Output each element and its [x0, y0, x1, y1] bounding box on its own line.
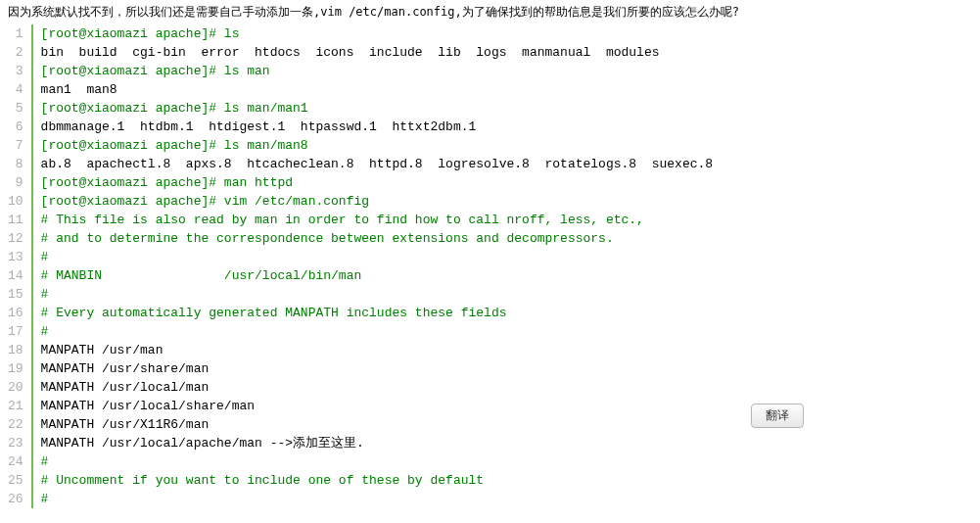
code-line: MANPATH /usr/X11R6/man — [41, 415, 980, 434]
code-line: dbmmanage.1 htdbm.1 htdigest.1 htpasswd.… — [41, 118, 980, 136]
prompt-text: [root@xiaomazi apache]# — [41, 26, 224, 41]
plain-text: MANPATH /usr/share/man — [41, 361, 210, 376]
code-line: bin build cgi-bin error htdocs icons inc… — [41, 43, 980, 62]
line-number: 2 — [8, 43, 23, 62]
plain-text: dbmmanage.1 htdbm.1 htdigest.1 htpasswd.… — [41, 119, 477, 134]
line-number: 23 — [8, 434, 23, 452]
comment-text: # This file is also read by man in order… — [41, 213, 644, 227]
comment-text: # — [41, 287, 49, 302]
code-line: # MANBIN /usr/local/bin/man — [41, 266, 980, 285]
plain-text: MANPATH /usr/X11R6/man — [41, 417, 210, 432]
comment-text: # — [41, 492, 49, 506]
line-number: 15 — [8, 285, 23, 304]
code-line: [root@xiaomazi apache]# ls man/man8 — [41, 136, 980, 155]
line-number: 10 — [8, 192, 23, 211]
line-number: 18 — [8, 341, 23, 359]
code-line: MANPATH /usr/local/apache/man -->添加至这里. — [41, 434, 980, 452]
comment-text: # — [41, 454, 49, 469]
code-line: MANPATH /usr/local/man — [41, 378, 980, 397]
comment-text: # — [41, 324, 49, 339]
intro-cmd: vim /etc/man.config — [320, 5, 454, 19]
intro-text: 因为系统默认找不到，所以我们还是需要自己手动添加一条,vim /etc/man.… — [0, 0, 980, 24]
line-number: 4 — [8, 80, 23, 99]
comment-text: # Every automatically generated MANPATH … — [41, 306, 507, 320]
cmd-text: ls man/man1 — [224, 101, 308, 116]
intro-part1: 因为系统默认找不到，所以我们还是需要自己手动添加一条, — [8, 5, 320, 19]
code-line: # — [41, 248, 980, 266]
line-number: 19 — [8, 359, 23, 378]
comment-text: # — [41, 250, 49, 264]
line-number: 8 — [8, 155, 23, 173]
code-line: # — [41, 322, 980, 341]
cmd-text: man httpd — [224, 175, 293, 190]
comment-text: # Uncomment if you want to include one o… — [41, 473, 484, 488]
terminal-code-block: 1234567891011121314151617181920212223242… — [0, 24, 980, 508]
comment-text: # and to determine the correspondence be… — [41, 231, 614, 246]
code-lines: [root@xiaomazi apache]# lsbin build cgi-… — [31, 24, 980, 508]
line-number: 5 — [8, 99, 23, 118]
line-number: 7 — [8, 136, 23, 155]
comment-text: # MANBIN /usr/local/bin/man — [41, 268, 362, 283]
line-number: 14 — [8, 266, 23, 285]
line-number: 17 — [8, 322, 23, 341]
line-number: 11 — [8, 211, 23, 229]
code-line: # — [41, 285, 980, 304]
code-line: # Every automatically generated MANPATH … — [41, 304, 980, 322]
prompt-text: [root@xiaomazi apache]# — [41, 175, 224, 190]
code-line: # This file is also read by man in order… — [41, 211, 980, 229]
line-number: 24 — [8, 452, 23, 471]
prompt-text: [root@xiaomazi apache]# — [41, 138, 224, 153]
translate-button[interactable]: 翻译 — [751, 404, 804, 428]
code-line: # Uncomment if you want to include one o… — [41, 471, 980, 490]
line-number: 21 — [8, 397, 23, 415]
code-line: MANPATH /usr/man — [41, 341, 980, 359]
prompt-text: [root@xiaomazi apache]# — [41, 101, 224, 116]
line-number: 16 — [8, 304, 23, 322]
code-line: [root@xiaomazi apache]# ls — [41, 24, 980, 43]
line-number: 3 — [8, 62, 23, 80]
line-number: 6 — [8, 118, 23, 136]
plain-text: MANPATH /usr/man — [41, 343, 163, 357]
cmd-text: ls — [224, 26, 240, 41]
code-line: # — [41, 452, 980, 471]
plain-text: bin build cgi-bin error htdocs icons inc… — [41, 45, 660, 60]
cmd-text: ls man/man8 — [224, 138, 308, 153]
line-number: 25 — [8, 471, 23, 490]
plain-text: man1 man8 — [41, 82, 117, 97]
line-number: 1 — [8, 24, 23, 43]
code-line: [root@xiaomazi apache]# ls man — [41, 62, 980, 80]
line-number: 22 — [8, 415, 23, 434]
code-line: # — [41, 490, 980, 508]
line-number-gutter: 1234567891011121314151617181920212223242… — [0, 24, 31, 508]
plain-text: MANPATH /usr/local/apache/man -->添加至这里. — [41, 436, 364, 451]
line-number: 13 — [8, 248, 23, 266]
code-line: MANPATH /usr/local/share/man — [41, 397, 980, 415]
prompt-text: [root@xiaomazi apache]# — [41, 194, 224, 209]
line-number: 12 — [8, 229, 23, 248]
plain-text: MANPATH /usr/local/man — [41, 380, 210, 395]
line-number: 26 — [8, 490, 23, 508]
intro-part2: ,为了确保找到的帮助信息是我们所要的应该怎么办呢? — [455, 5, 739, 19]
code-line: MANPATH /usr/share/man — [41, 359, 980, 378]
prompt-text: [root@xiaomazi apache]# — [41, 64, 224, 78]
plain-text: MANPATH /usr/local/share/man — [41, 399, 255, 413]
code-line: # and to determine the correspondence be… — [41, 229, 980, 248]
line-number: 20 — [8, 378, 23, 397]
plain-text: ab.8 apachectl.8 apxs.8 htcacheclean.8 h… — [41, 157, 714, 171]
line-number: 9 — [8, 173, 23, 192]
code-line: man1 man8 — [41, 80, 980, 99]
cmd-text: ls man — [224, 64, 270, 78]
code-line: [root@xiaomazi apache]# vim /etc/man.con… — [41, 192, 980, 211]
code-line: [root@xiaomazi apache]# man httpd — [41, 173, 980, 192]
cmd-text: vim /etc/man.config — [224, 194, 369, 209]
code-line: ab.8 apachectl.8 apxs.8 htcacheclean.8 h… — [41, 155, 980, 173]
code-line: [root@xiaomazi apache]# ls man/man1 — [41, 99, 980, 118]
